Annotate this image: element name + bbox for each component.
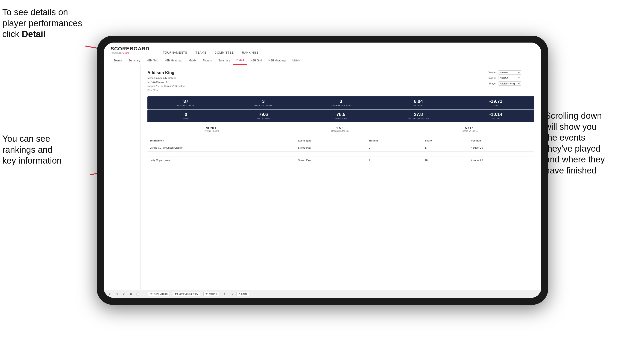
- stat-points: 6.04 Points: [380, 96, 457, 109]
- annotation-bottomleft: You can see rankings and key information: [2, 133, 85, 166]
- share-icon: ↗: [238, 293, 240, 295]
- player-division: NJCAA Division 1: [148, 80, 185, 84]
- nav-committee[interactable]: COMMITTEE: [210, 49, 238, 56]
- tournaments-table: Tournament Event Type Rounds Score Posit…: [148, 137, 534, 164]
- td-tournament-2: [148, 152, 296, 157]
- save-custom-view-button[interactable]: 💾 Save Custom View: [173, 292, 200, 296]
- logo-area: SCOREBOARD Powered by clippd: [110, 46, 150, 56]
- logo-brand: clippd: [124, 52, 130, 54]
- screen-inner: SCOREBOARD Powered by clippd TOURNAMENTS…: [104, 42, 541, 298]
- stat-avg-score: 79.6 Avg Score: [225, 110, 302, 122]
- record-overall-label: Overall Record: [204, 130, 219, 132]
- player-region: Region 1 - Southwest (18) District: [148, 84, 185, 88]
- annotation-br2: will show you: [545, 122, 596, 132]
- record-top25-value: 1-5-0: [331, 126, 349, 130]
- tablet-screen: SCOREBOARD Powered by clippd TOURNAMENTS…: [104, 42, 541, 298]
- view-original-button[interactable]: 👁 View: Original: [148, 292, 170, 296]
- share-button[interactable]: ↗ Share: [236, 292, 250, 296]
- stat-adj-score: 78.5 Adj Score: [302, 110, 379, 122]
- player-info: Addison King Mesa Community College NJCA…: [148, 70, 185, 92]
- stat-avg-sg-value: -10.14: [459, 112, 533, 117]
- stat-conference-rank: 3 Conference Rank: [302, 96, 379, 109]
- record-overall-value: 91-20-1: [204, 126, 219, 130]
- stat-national-rank-value: 37: [149, 99, 223, 104]
- nav-tournaments[interactable]: TOURNAMENTS: [159, 49, 192, 56]
- record-top50-label: Record vs top 50: [461, 130, 478, 132]
- stat-conference-rank-value: 3: [304, 99, 378, 104]
- nav-rankings[interactable]: RANKINGS: [238, 49, 262, 56]
- filter-division-row: Division NJCAA I NJCAA II: [484, 76, 534, 80]
- filter-player-select[interactable]: Addison King: [498, 81, 521, 86]
- stat-sos-value: -19.71: [459, 99, 533, 104]
- top-nav: SCOREBOARD Powered by clippd TOURNAMENTS…: [104, 42, 541, 56]
- stat-avg-score-par-label: Avg Score to Par: [381, 118, 455, 120]
- annotation-br3: the events: [545, 133, 585, 142]
- table-header-row: Tournament Event Type Rounds Score Posit…: [148, 137, 534, 144]
- annotation-bl3: key information: [2, 156, 62, 166]
- view-original-label: View: Original: [154, 293, 168, 295]
- nav-teams[interactable]: TEAMS: [192, 49, 210, 56]
- subnav-summary2[interactable]: Summary: [215, 57, 233, 64]
- table-row: [148, 152, 534, 157]
- toolbar-undo-icon[interactable]: ↩: [108, 292, 112, 296]
- subnav-h2h-heatmap2[interactable]: H2H Heatmap: [265, 57, 289, 64]
- subnav-matrix[interactable]: Matrix: [186, 57, 200, 64]
- stat-national-rank: 37 National Rank: [148, 96, 224, 109]
- subnav-summary[interactable]: Summary: [125, 57, 143, 64]
- stat-regional-rank-label: Regional Rank: [226, 104, 300, 107]
- logo-scoreboard: SCOREBOARD: [110, 46, 150, 52]
- td-position-1: 4 out of 20: [469, 144, 534, 152]
- stat-sos: -19.71 SoS: [458, 96, 534, 109]
- stats-grid-row2: 0 Wins 79.6 Avg Score 78.5 Adj Score 2: [148, 110, 534, 122]
- filter-player-row: Player Addison King: [484, 81, 534, 86]
- record-top50-value: 5-11-1: [461, 126, 478, 130]
- subnav-teams[interactable]: Teams: [110, 57, 125, 64]
- stats-grid-row1: 37 National Rank 3 Regional Rank 3 Confe…: [148, 96, 534, 109]
- annotation-bl2: rankings and: [2, 145, 52, 155]
- toolbar-clock-icon[interactable]: 🕐: [136, 292, 140, 296]
- annotation-topleft-bold: Detail: [22, 29, 45, 39]
- watch-button[interactable]: 👁 Watch ▾: [204, 292, 219, 296]
- sidebar-white: [104, 65, 140, 290]
- td-score-1: 17: [422, 144, 468, 152]
- watch-label: Watch: [209, 293, 215, 295]
- stat-points-label: Points: [381, 104, 455, 107]
- toolbar-redo-icon[interactable]: ↪: [115, 292, 119, 296]
- player-header: Addison King Mesa Community College NJCA…: [148, 70, 534, 92]
- subnav-h2h-grid[interactable]: H2H Grid: [144, 57, 162, 64]
- subnav-matrix2[interactable]: Matrix: [289, 57, 303, 64]
- th-tournament: Tournament: [148, 137, 296, 144]
- logo-powered: Powered by clippd: [110, 52, 150, 54]
- toolbar-settings-icon[interactable]: ⚙: [129, 292, 133, 296]
- annotation-br6: have finished: [545, 166, 596, 175]
- stat-wins-label: Wins: [149, 118, 223, 120]
- td-rounds-3: 2: [367, 157, 423, 164]
- toolbar-monitor-icon[interactable]: 🖥: [222, 292, 226, 296]
- td-event-type-1: Stroke Play: [296, 144, 367, 152]
- watch-chevron-icon: ▾: [216, 293, 217, 295]
- td-event-type-3: Stroke Play: [296, 157, 367, 164]
- stat-adj-score-label: Adj Score: [304, 118, 378, 120]
- subnav-detail[interactable]: Detail: [233, 56, 247, 65]
- records-row: 91-20-1 Overall Record 1-5-0 Record vs t…: [148, 125, 534, 133]
- filter-gender-select[interactable]: Women Men: [498, 70, 521, 75]
- td-position-3: 7 out of 20: [469, 157, 534, 164]
- toolbar-expand-icon[interactable]: ⛶: [230, 292, 233, 296]
- record-top25-label: Record vs top 25: [331, 130, 349, 132]
- stat-conference-rank-label: Conference Rank: [304, 104, 378, 107]
- toolbar-separator: [144, 292, 144, 296]
- main-nav: TOURNAMENTS TEAMS COMMITTEE RANKINGS: [159, 49, 262, 56]
- toolbar-refresh-icon[interactable]: ⟳: [122, 292, 126, 296]
- th-position: Position: [469, 137, 534, 144]
- stat-wins-value: 0: [149, 112, 223, 117]
- table-header: Tournament Event Type Rounds Score Posit…: [148, 137, 534, 144]
- th-rounds: Rounds: [367, 137, 423, 144]
- filter-division-select[interactable]: NJCAA I NJCAA II: [498, 76, 521, 80]
- subnav-h2h-grid2[interactable]: H2H Grid: [247, 57, 265, 64]
- subnav-h2h-heatmap[interactable]: H2H Heatmap: [162, 57, 186, 64]
- stat-sos-label: SoS: [459, 104, 533, 107]
- td-score-3: 16: [422, 157, 468, 164]
- subnav-players[interactable]: Players: [199, 57, 215, 64]
- stat-wins: 0 Wins: [148, 110, 224, 122]
- stat-points-value: 6.04: [381, 99, 455, 104]
